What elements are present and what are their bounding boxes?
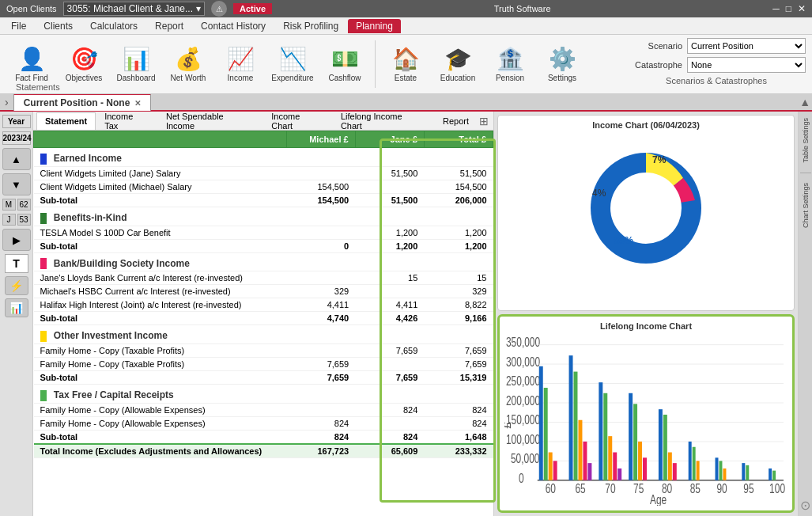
title-bar: Open Clients 3055: Michael Client & Jane… — [0, 0, 812, 17]
close-button[interactable]: ✕ — [798, 3, 806, 14]
table-row: TESLA Model S 100D Car Benefit 1,200 1,2… — [34, 226, 493, 239]
svg-text:350,000: 350,000 — [506, 335, 540, 349]
open-clients-dropdown[interactable]: 3055: Michael Client & Jane... ▾ — [63, 2, 205, 16]
menu-risk-profiling[interactable]: Risk Profiling — [275, 19, 346, 33]
scenario-select[interactable]: Current Position Option 1 — [687, 38, 806, 54]
table-row: Michael's HSBC Current a/c Interest (re-… — [34, 285, 493, 298]
tab-income-chart[interactable]: Income Chart — [262, 112, 332, 130]
catastrophe-select[interactable]: None Option 1 — [687, 57, 806, 73]
tab-statement[interactable]: Statement — [36, 112, 96, 130]
svg-rect-41 — [663, 414, 667, 480]
menu-file[interactable]: File — [3, 19, 34, 33]
toolbar-education[interactable]: 🎓 Education — [432, 39, 483, 90]
tax-free-indicator — [40, 390, 47, 401]
table-row: Family Home - Copy (Allowable Expenses) … — [34, 417, 493, 431]
section-earned-income: Earned Income — [34, 148, 493, 167]
toolbar: 👤 Fact Find 🎯 Objectives 📊 Dashboard 💰 N… — [0, 35, 812, 94]
svg-rect-27 — [574, 371, 578, 480]
tab-close-icon[interactable]: ✕ — [134, 99, 141, 108]
svg-rect-53 — [772, 470, 776, 480]
j-label: J — [2, 214, 16, 226]
toolbar-expenditure[interactable]: 📉 Expenditure — [267, 39, 318, 90]
menu-report[interactable]: Report — [147, 19, 191, 33]
right-settings-panel: Table Settings Chart Settings ⊙ — [798, 112, 812, 516]
svg-rect-40 — [659, 409, 663, 480]
menu-clients[interactable]: Clients — [36, 19, 81, 33]
nav-down-btn[interactable]: ▼ — [2, 173, 31, 195]
svg-rect-45 — [693, 446, 696, 480]
svg-text:7%: 7% — [652, 154, 667, 165]
tab-net-spendable[interactable]: Net Spendable Income — [157, 112, 262, 130]
objectives-icon: 🎯 — [70, 46, 98, 72]
table-row: Family Home - Copy (Taxable Profits) 7,6… — [34, 344, 493, 358]
toolbar-net-worth[interactable]: 💰 Net Worth — [163, 39, 213, 90]
toolbar-pension[interactable]: 🏦 Pension — [485, 39, 535, 90]
svg-rect-31 — [599, 382, 602, 480]
education-icon: 🎓 — [444, 46, 472, 72]
toolbar-cashflow[interactable]: 💵 Cashflow — [319, 39, 370, 90]
svg-rect-29 — [583, 441, 587, 480]
svg-rect-30 — [587, 463, 591, 480]
chart-settings-label[interactable]: Chart Settings — [802, 180, 810, 231]
svg-text:Age: Age — [650, 491, 667, 506]
table-row: Jane's Lloyds Bank Current a/c Interest … — [34, 271, 493, 285]
svg-rect-39 — [643, 457, 647, 480]
table-scroll-area[interactable]: Michael £ Jane £ Total £ Earned Income — [33, 131, 493, 516]
pension-icon: 🏦 — [497, 46, 524, 72]
settings-divider — [800, 173, 811, 173]
filter-btn[interactable]: ⚡ — [5, 276, 28, 295]
table-row: Family Home - Copy (Taxable Profits) 7,6… — [34, 358, 493, 371]
scenarios-section-label: Scenarios & Catastrophes — [627, 76, 806, 85]
svg-rect-33 — [608, 436, 612, 480]
table-row: Family Home - Copy (Allowable Expenses) … — [34, 404, 493, 417]
play-btn[interactable]: ▶ — [2, 229, 31, 251]
tab-report[interactable]: Report — [434, 112, 478, 130]
left-controls: Year 2023/24 ▲ ▼ M 62 J 53 ▶ T ⚡ 📊 — [0, 112, 33, 516]
table-row: Client Widgets Limited (Michael) Salary … — [34, 180, 493, 193]
svg-text:60: 60 — [546, 481, 556, 495]
chart-btn[interactable]: 📊 — [5, 298, 28, 317]
t-toggle[interactable]: T — [5, 254, 28, 273]
subtotal-investment: Sub-total 7,659 7,659 15,319 — [34, 371, 493, 385]
settings-icon-btn[interactable]: ⊙ — [800, 498, 810, 513]
income-chart-box: Income Chart (06/04/2023) — [497, 115, 795, 311]
income-table: Michael £ Jane £ Total £ Earned Income — [33, 131, 493, 458]
menu-calculators[interactable]: Calculators — [82, 19, 145, 33]
expenditure-icon: 📉 — [279, 46, 307, 72]
settings-icon: ⚙️ — [549, 46, 576, 72]
inner-tab-bar: Statement Income Tax Net Spendable Incom… — [33, 112, 493, 131]
svg-text:4%: 4% — [592, 188, 606, 199]
toolbar-estate[interactable]: 🏠 Estate — [380, 39, 431, 90]
j-value: 53 — [17, 214, 31, 226]
svg-text:89%: 89% — [614, 235, 633, 246]
menu-contact-history[interactable]: Contact History — [193, 19, 274, 33]
minimize-button[interactable]: ─ — [772, 3, 780, 14]
tab-income-tax[interactable]: Income Tax — [96, 112, 157, 130]
svg-rect-43 — [673, 463, 677, 480]
toolbar-objectives[interactable]: 🎯 Objectives — [59, 39, 109, 90]
svg-rect-46 — [697, 461, 700, 480]
toolbar-settings[interactable]: ⚙️ Settings — [537, 39, 587, 90]
collapse-icon[interactable]: ▲ — [798, 94, 812, 110]
subtotal-earned-income: Sub-total 154,500 51,500 206,000 — [34, 193, 493, 207]
svg-text:250,000: 250,000 — [506, 374, 540, 388]
table-settings-icon[interactable]: ⊞ — [478, 113, 490, 129]
svg-rect-51 — [746, 465, 749, 480]
toolbar-dashboard[interactable]: 📊 Dashboard — [111, 39, 161, 90]
svg-rect-35 — [617, 468, 621, 480]
lifelong-chart-title: Lifelong Income Chart — [504, 321, 787, 331]
expand-arrow[interactable]: › — [0, 96, 13, 108]
statements-section-label: Statements — [16, 82, 60, 92]
restore-button[interactable]: □ — [786, 3, 791, 14]
toolbar-income[interactable]: 📈 Income — [215, 39, 266, 90]
svg-text:70: 70 — [605, 481, 615, 495]
menu-bar: File Clients Calculators Report Contact … — [0, 17, 812, 35]
menu-planning[interactable]: Planning — [348, 19, 401, 33]
table-settings-label[interactable]: Table Settings — [802, 115, 810, 166]
doc-tab-current-position[interactable]: Current Position - None ✕ — [13, 93, 152, 111]
year-value: 2023/24 — [2, 131, 31, 145]
toolbar-divider — [375, 40, 376, 88]
nav-up-btn[interactable]: ▲ — [2, 148, 31, 170]
tab-lifelong-income[interactable]: Lifelong Income Chart — [332, 112, 434, 130]
svg-text:0: 0 — [519, 470, 524, 484]
